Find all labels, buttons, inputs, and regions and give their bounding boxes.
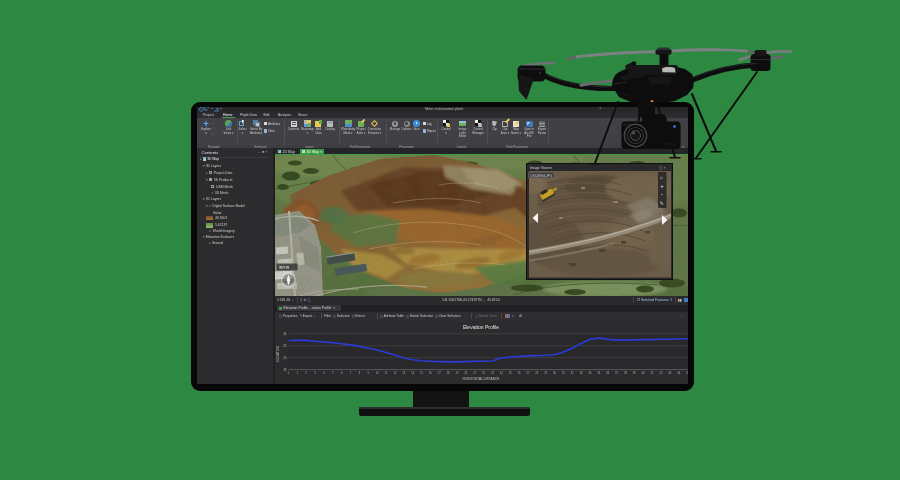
svg-text:13: 13 [402,371,405,375]
svg-text:ELEVATION: ELEVATION [276,345,280,361]
svg-text:29: 29 [544,371,547,375]
svg-text:28: 28 [535,371,538,375]
svg-text:36: 36 [606,371,609,375]
svg-text:11: 11 [385,371,388,375]
svg-text:5: 5 [332,371,334,375]
svg-text:-: - [660,191,662,197]
svg-text:18: 18 [447,371,450,375]
svg-text:44: 44 [677,371,680,375]
svg-text:23: 23 [491,371,494,375]
svg-text:40: 40 [642,371,645,375]
svg-text:24: 24 [500,371,503,375]
svg-text:22: 22 [482,371,485,375]
svg-text:25: 25 [509,371,512,375]
svg-text:1: 1 [297,371,299,375]
svg-text:20: 20 [464,371,467,375]
svg-text:14: 14 [411,371,414,375]
svg-text:3: 3 [314,371,316,375]
svg-text:30: 30 [553,371,556,375]
svg-text:2: 2 [306,371,308,375]
svg-text:6: 6 [341,371,343,375]
svg-text:24: 24 [283,332,287,336]
svg-text:8: 8 [359,371,361,375]
svg-text:20: 20 [283,355,287,359]
svg-text:31: 31 [562,371,565,375]
svg-text:18: 18 [283,367,287,371]
svg-text:42: 42 [659,371,662,375]
svg-text:✎: ✎ [659,200,663,206]
svg-text:37: 37 [615,371,618,375]
svg-text:33: 33 [580,371,583,375]
svg-text:34: 34 [589,371,592,375]
svg-text:15: 15 [420,371,423,375]
svg-text:0: 0 [288,371,290,375]
svg-text:HORIZONTAL DISTANCE: HORIZONTAL DISTANCE [463,377,500,381]
svg-text:22: 22 [283,344,287,348]
svg-text:10: 10 [376,371,379,375]
svg-text:17: 17 [438,371,441,375]
svg-text:12: 12 [393,371,396,375]
svg-text:26: 26 [518,371,521,375]
svg-text:7: 7 [350,371,352,375]
svg-text:43: 43 [668,371,671,375]
svg-text:41: 41 [651,371,654,375]
svg-text:+: + [660,183,664,189]
svg-text:16: 16 [429,371,432,375]
svg-text:Elevation Profile: Elevation Profile [463,324,499,330]
svg-text:45: 45 [686,371,688,375]
svg-text:4: 4 [323,371,325,375]
svg-text:9: 9 [368,371,370,375]
svg-text:38: 38 [624,371,627,375]
svg-text:32: 32 [571,371,574,375]
svg-text:27: 27 [526,371,529,375]
svg-text:35: 35 [597,371,600,375]
svg-text:39: 39 [633,371,636,375]
svg-text:19: 19 [456,371,459,375]
svg-text:⊞×⊟: ⊞×⊟ [279,264,290,269]
svg-text:21: 21 [473,371,476,375]
